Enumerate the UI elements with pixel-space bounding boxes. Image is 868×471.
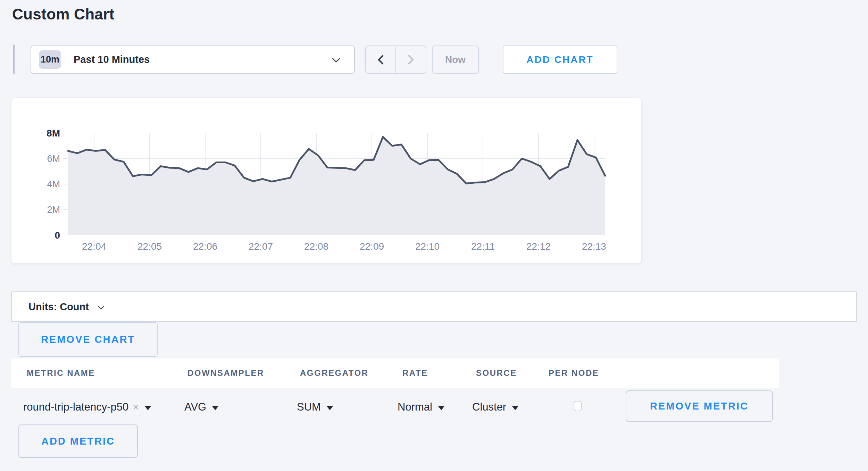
remove-tag-icon[interactable]: × <box>133 401 139 413</box>
custom-chart-svg <box>11 98 641 263</box>
next-time-button[interactable] <box>396 46 426 73</box>
time-range-badge: 10m <box>39 50 61 69</box>
x-tick-label: 22:13 <box>566 241 622 252</box>
downsampler-value: AVG <box>184 401 206 413</box>
x-tick-label: 22:05 <box>122 241 177 252</box>
chevron-left-icon <box>378 55 384 65</box>
aggregator-value: SUM <box>297 401 321 413</box>
chevron-down-icon <box>98 306 104 310</box>
y-tick-label: 4M <box>22 179 60 190</box>
time-range-dropdown[interactable]: 10m Past 10 Minutes <box>31 46 355 74</box>
custom-chart-page: Custom Chart 10m Past 10 Minutes Now ADD… <box>0 0 868 471</box>
prev-time-button[interactable] <box>366 46 396 73</box>
y-tick-label: 2M <box>22 205 60 215</box>
caret-down-icon <box>326 406 333 410</box>
metric-name-value: round-trip-latency-p50 <box>23 401 128 413</box>
column-header-per-node: PER NODE <box>549 368 599 378</box>
x-tick-label: 22:07 <box>233 241 289 252</box>
caret-down-icon <box>512 406 519 410</box>
caret-down-icon <box>212 406 219 410</box>
add-metric-button[interactable]: ADD METRIC <box>18 424 138 458</box>
time-range-label: Past 10 Minutes <box>74 54 150 65</box>
rate-value: Normal <box>398 401 432 413</box>
chevron-right-icon <box>408 55 414 65</box>
x-tick-label: 22:12 <box>511 241 566 252</box>
per-node-checkbox[interactable] <box>574 401 582 411</box>
x-tick-label: 22:04 <box>66 241 122 252</box>
remove-metric-button[interactable]: REMOVE METRIC <box>626 390 773 422</box>
time-step-button-group <box>365 46 426 74</box>
series-area <box>68 137 605 235</box>
add-chart-button[interactable]: ADD CHART <box>503 46 617 74</box>
column-header-rate: RATE <box>402 368 428 378</box>
x-tick-label: 22:06 <box>177 241 233 252</box>
metrics-table-header <box>11 358 779 388</box>
y-tick-label: 8M <box>22 128 60 139</box>
chevron-down-icon <box>332 58 340 63</box>
chart-card: 8M6M4M2M022:0422:0522:0622:0722:0822:092… <box>11 98 642 264</box>
x-tick-label: 22:10 <box>400 241 455 252</box>
caret-down-icon <box>438 406 445 410</box>
source-dropdown[interactable]: Cluster <box>472 399 519 415</box>
units-dropdown[interactable]: Units: Count <box>11 291 857 322</box>
column-header-source: SOURCE <box>476 368 517 378</box>
y-tick-label: 0 <box>22 230 60 241</box>
metric-name-dropdown[interactable]: round-trip-latency-p50 × <box>23 399 151 415</box>
remove-chart-button[interactable]: REMOVE CHART <box>18 322 158 357</box>
aggregator-dropdown[interactable]: SUM <box>297 399 333 415</box>
toolbar-left-divider <box>13 44 15 74</box>
page-title: Custom Chart <box>12 6 115 23</box>
column-header-metric-name: METRIC NAME <box>27 368 95 378</box>
x-tick-label: 22:11 <box>455 241 511 252</box>
units-label: Units: Count <box>28 301 89 313</box>
column-header-downsampler: DOWNSAMPLER <box>187 368 264 378</box>
downsampler-dropdown[interactable]: AVG <box>184 399 219 415</box>
source-value: Cluster <box>472 401 506 413</box>
x-tick-label: 22:09 <box>344 241 400 252</box>
caret-down-icon <box>144 406 151 410</box>
x-tick-label: 22:08 <box>289 241 344 252</box>
column-header-aggregator: AGGREGATOR <box>300 368 368 378</box>
y-tick-label: 6M <box>22 154 60 164</box>
now-button[interactable]: Now <box>432 46 479 74</box>
rate-dropdown[interactable]: Normal <box>398 399 445 415</box>
